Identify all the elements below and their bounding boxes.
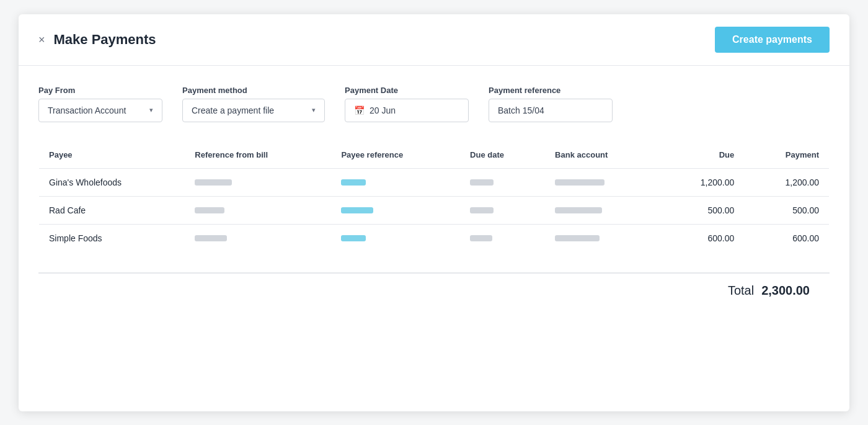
due-amount-cell: 500.00: [660, 196, 744, 224]
payee-cell: Rad Cafe: [39, 196, 185, 224]
chevron-down-icon: ▾: [149, 106, 153, 114]
col-reference-from-bill: Reference from bill: [185, 141, 331, 168]
payee-reference-cell: [331, 224, 460, 252]
payments-table: Payee Reference from bill Payee referenc…: [38, 141, 830, 253]
due-amount-cell: 1,200.00: [660, 168, 744, 196]
payment-method-group: Payment method Create a payment file ▾: [182, 86, 325, 122]
payment-method-value: Create a payment file: [192, 105, 274, 115]
payee-reference-cell: [331, 196, 460, 224]
create-payments-button[interactable]: Create payments: [715, 27, 830, 53]
col-due-date: Due date: [460, 141, 545, 168]
payment-amount-cell: 500.00: [744, 196, 829, 224]
reference-from-bill-cell: [185, 168, 331, 196]
pay-from-value: Transaction Account: [48, 105, 126, 115]
reference-from-bill-cell: [185, 224, 331, 252]
payment-reference-value: Batch 15/04: [498, 105, 544, 115]
table-section: Payee Reference from bill Payee referenc…: [19, 135, 849, 272]
page-title: Make Payments: [54, 32, 156, 48]
chevron-down-icon-method: ▾: [312, 106, 316, 114]
pay-from-select[interactable]: Transaction Account ▾: [38, 99, 162, 122]
bank-account-cell: [545, 168, 660, 196]
col-payee: Payee: [39, 141, 185, 168]
due-date-cell: [460, 196, 545, 224]
pay-from-label: Pay From: [38, 86, 162, 95]
modal-header: × Make Payments Create payments: [19, 14, 849, 66]
payment-amount-cell: 600.00: [744, 224, 829, 252]
total-value: 2,300.00: [761, 284, 810, 298]
total-row: Total 2,300.00: [38, 272, 830, 298]
due-amount-cell: 600.00: [660, 224, 744, 252]
due-date-cell: [460, 224, 545, 252]
col-due: Due: [660, 141, 744, 168]
payment-reference-input[interactable]: Batch 15/04: [489, 99, 613, 122]
table-row: Rad Cafe500.00500.00: [39, 196, 830, 224]
payee-reference-cell: [331, 168, 460, 196]
payment-method-label: Payment method: [182, 86, 325, 95]
form-section: Pay From Transaction Account ▾ Payment m…: [19, 66, 849, 135]
make-payments-modal: × Make Payments Create payments Pay From…: [19, 14, 849, 411]
table-header-row: Payee Reference from bill Payee referenc…: [39, 141, 830, 168]
pay-from-group: Pay From Transaction Account ▾: [38, 86, 162, 122]
calendar-icon: 📅: [354, 105, 365, 115]
table-row: Gina's Wholefoods1,200.001,200.00: [39, 168, 830, 196]
total-label: Total: [728, 284, 754, 298]
col-payee-reference: Payee reference: [331, 141, 460, 168]
payment-reference-group: Payment reference Batch 15/04: [489, 86, 613, 122]
col-payment: Payment: [744, 141, 829, 168]
reference-from-bill-cell: [185, 196, 331, 224]
payment-date-value: 20 Jun: [370, 105, 396, 115]
payment-date-group: Payment Date 📅 20 Jun: [345, 86, 469, 122]
payment-method-select[interactable]: Create a payment file ▾: [182, 99, 325, 122]
header-left: × Make Payments: [38, 32, 156, 48]
table-row: Simple Foods600.00600.00: [39, 224, 830, 252]
payee-cell: Simple Foods: [39, 224, 185, 252]
payment-reference-label: Payment reference: [489, 86, 613, 95]
bank-account-cell: [545, 224, 660, 252]
col-bank-account: Bank account: [545, 141, 660, 168]
payment-date-label: Payment Date: [345, 86, 469, 95]
due-date-cell: [460, 168, 545, 196]
payee-cell: Gina's Wholefoods: [39, 168, 185, 196]
close-icon[interactable]: ×: [38, 34, 45, 45]
bank-account-cell: [545, 196, 660, 224]
payment-date-input[interactable]: 📅 20 Jun: [345, 99, 469, 122]
payment-amount-cell: 1,200.00: [744, 168, 829, 196]
